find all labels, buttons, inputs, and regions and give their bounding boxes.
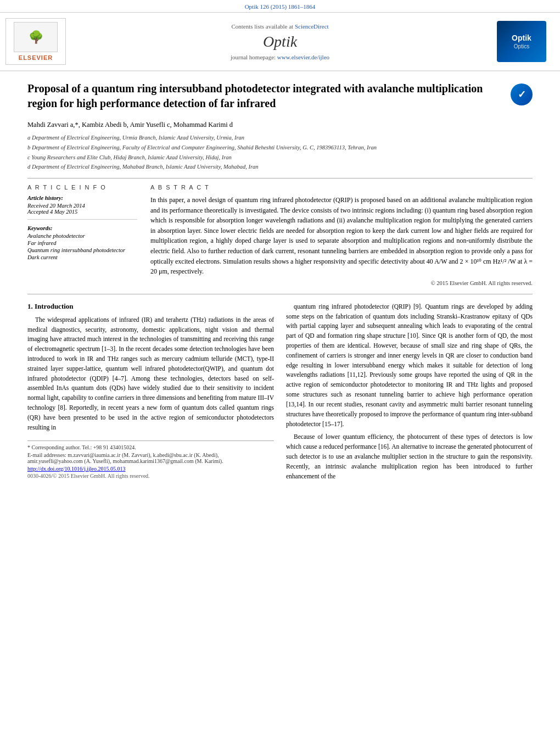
keyword-3: Quantum ring intersubband photodetector [27,247,137,253]
article-history: Article history: Received 20 March 2014 … [27,195,137,220]
optik-logo-label: Optik [512,34,531,42]
abstract-copyright: © 2015 Elsevier GmbH. All rights reserve… [150,280,533,286]
intro-para-2: quantum ring infrared photodetector (QRI… [286,302,533,429]
optik-optics-label: Optics [514,43,529,49]
header-center: Contents lists available at ScienceDirec… [77,18,483,65]
email-label: E-mail addresses: [27,452,66,458]
journal-ref-text: Optik 126 (2015) 1861–1864 [245,3,316,10]
corresponding-author-note: * Corresponding author. Tel.: +98 91 434… [27,444,274,450]
abstract-body: In this paper, a novel design of quantum… [150,196,533,275]
abstract-title: A B S T R A C T [150,184,533,191]
article-info-abstract: A R T I C L E I N F O Article history: R… [27,178,533,286]
article-info-title: A R T I C L E I N F O [27,184,137,191]
keywords-section: Keywords: Avalanche photodetector Far in… [27,225,137,260]
section1-body-left: The widespread applications of infrared … [27,315,274,433]
optik-logo-box: Optik Optics [494,18,549,65]
section1-label: Introduction [35,302,74,310]
footnotes-area: * Corresponding author. Tel.: +98 91 434… [27,440,274,464]
authors-text: Mahdi Zavvari a,*, Kambiz Abedi b, Amir … [27,121,233,129]
journal-homepage: journal homepage: www.elsevier.de/ijleo [231,54,329,60]
journal-reference-bar: Optik 126 (2015) 1861–1864 [0,0,560,13]
abstract-section: A B S T R A C T In this paper, a novel d… [150,184,533,286]
affiliations: a Department of Electrical Engineering, … [27,133,533,171]
keywords-list: Avalanche photodetector Far infrared Qua… [27,233,137,260]
body-right-column: quantum ring infrared photodetector (QRI… [286,302,533,485]
homepage-link[interactable]: www.elsevier.de/ijleo [277,54,329,60]
main-content: Proposal of a quantum ring intersubband … [0,71,560,490]
intro-para-1: The widespread applications of infrared … [27,315,274,433]
affiliation-c: c Young Researchers and Elite Club, Hida… [27,153,533,162]
keywords-title: Keywords: [27,225,137,231]
doi-line: http://dx.doi.org/10.1016/j.ijleo.2015.0… [27,466,274,472]
affiliation-b: b Department of Electrical Engineering, … [27,143,533,152]
section1-body-right: quantum ring infrared photodetector (QRI… [286,302,533,482]
affiliation-a: a Department of Electrical Engineering, … [27,133,533,142]
keyword-4: Dark current [27,254,137,260]
accepted-date: Accepted 4 May 2015 [27,209,137,215]
sciencedirect-anchor[interactable]: ScienceDirect [295,23,329,30]
issn-line: 0030-4026/© 2015 Elsevier GmbH. All righ… [27,473,274,479]
keyword-2: Far infrared [27,240,137,246]
keyword-1: Avalanche photodetector [27,233,137,239]
body-content: 1. Introduction The widespread applicati… [27,302,533,485]
body-left-column: 1. Introduction The widespread applicati… [27,302,274,485]
crossmark-badge: ✓ [511,83,533,105]
paper-title-area: Proposal of a quantum ring intersubband … [27,81,533,115]
doi-link[interactable]: http://dx.doi.org/10.1016/j.ijleo.2015.0… [27,466,125,472]
history-label: Article history: [27,195,137,201]
sciencedirect-link: Contents lists available at ScienceDirec… [231,23,328,30]
received-date: Received 20 March 2014 [27,203,137,209]
article-info-panel: A R T I C L E I N F O Article history: R… [27,184,137,286]
intro-para-3: Because of lower quantum efficiency, the… [286,432,533,481]
affiliation-d: d Department of Electrical Engineering, … [27,163,533,171]
section-divider [27,294,533,294]
elsevier-label: ELSEVIER [19,54,53,61]
abstract-text: In this paper, a novel design of quantum… [150,195,533,277]
crossmark-icon: ✓ [511,83,533,105]
section1-number: 1. [27,302,33,310]
section1-title: 1. Introduction [27,302,274,311]
paper-title: Proposal of a quantum ring intersubband … [27,81,511,111]
journal-title: Optik [263,33,297,51]
optik-logo-graphic: Optik Optics [497,21,546,62]
elsevier-tree-icon: 🌳 [14,22,58,52]
authors-line: Mahdi Zavvari a,*, Kambiz Abedi b, Amir … [27,121,533,129]
journal-header: 🌳 ELSEVIER Contents lists available at S… [0,13,560,71]
email-note: E-mail addresses: m.zavvari@iaumia.ac.ir… [27,452,274,464]
elsevier-logo-box: 🌳 ELSEVIER [5,18,66,65]
